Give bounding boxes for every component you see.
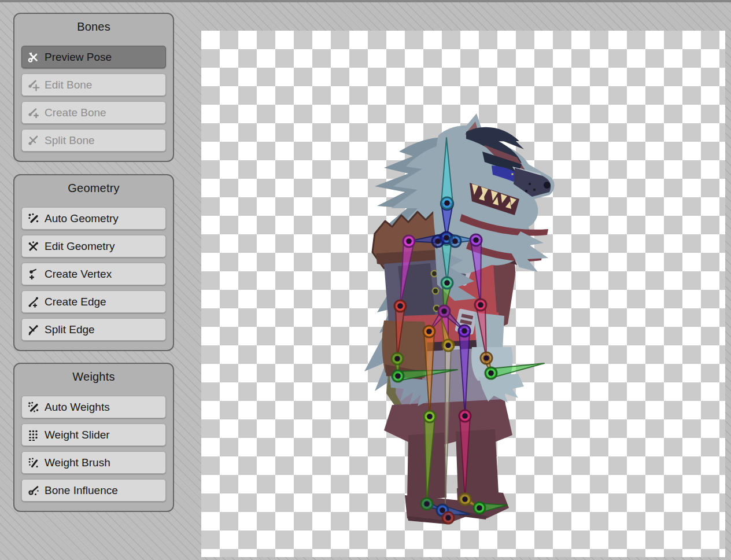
edit-bone-button[interactable]: Edit Bone bbox=[21, 73, 166, 96]
weight-brush-button[interactable]: Weight Brush bbox=[21, 451, 166, 474]
edit-bone-icon bbox=[27, 78, 40, 92]
joint-center-pelvis bbox=[441, 308, 447, 314]
weight-brush-icon bbox=[27, 456, 40, 470]
joint-center-foot-mid-left bbox=[440, 507, 445, 513]
joint-center-knee-right bbox=[462, 413, 468, 419]
bone-influence-button[interactable]: Bone Influence bbox=[21, 479, 166, 502]
edit-bone-label: Edit Bone bbox=[45, 79, 92, 91]
window-top-edge bbox=[0, 0, 731, 2]
joint-center-foot-mid-right bbox=[477, 505, 482, 511]
joint-center-knee-left bbox=[427, 414, 433, 419]
geometry-button-column: Auto Geometry Edit Geometry Create Verte… bbox=[21, 207, 166, 341]
geometry-panel-title: Geometry bbox=[14, 182, 173, 195]
split-bone-button[interactable]: Split Bone bbox=[21, 129, 166, 152]
joint-center-wrist-right bbox=[483, 355, 489, 361]
auto-geometry-label: Auto Geometry bbox=[45, 212, 119, 225]
bones-panel-title: Bones bbox=[14, 20, 173, 34]
preview-pose-icon bbox=[27, 50, 40, 64]
joint-center-chest-center bbox=[444, 235, 449, 241]
split-bone-label: Split Bone bbox=[45, 134, 95, 147]
create-vertex-icon bbox=[27, 267, 40, 281]
joint-center-shoulder-right bbox=[473, 237, 479, 243]
bone-influence-icon bbox=[27, 484, 40, 498]
edit-geometry-button[interactable]: Edit Geometry bbox=[21, 235, 166, 257]
joint-center-neck bbox=[444, 200, 450, 206]
auto-geometry-icon bbox=[27, 212, 40, 226]
joint-center-hand-left bbox=[395, 373, 401, 379]
create-bone-icon bbox=[27, 106, 40, 120]
joint-center-hip-left bbox=[426, 329, 432, 334]
joint-center-hip-right bbox=[462, 328, 467, 334]
joint-center-elbow-right bbox=[478, 302, 483, 308]
joint-center-shoulder-left bbox=[406, 238, 412, 244]
weights-panel-title: Weights bbox=[14, 370, 173, 384]
weight-slider-label: Weight Slider bbox=[45, 429, 110, 441]
weights-panel: Weights Auto Weights Weight Slider Weigh… bbox=[13, 363, 174, 512]
auto-geometry-button[interactable]: Auto Geometry bbox=[21, 207, 166, 230]
weight-slider-button[interactable]: Weight Slider bbox=[21, 423, 166, 446]
bone-influence-label: Bone Influence bbox=[45, 484, 118, 497]
joint-center-elbow-left bbox=[397, 303, 403, 309]
character-sprite bbox=[364, 113, 555, 524]
joint-center-wrist-left bbox=[394, 356, 400, 362]
bones-button-column: Preview Pose Edit Bone Create Bone Split… bbox=[21, 46, 166, 152]
bones-panel: Bones Preview Pose Edit Bone Create Bone… bbox=[13, 13, 174, 162]
create-edge-button[interactable]: Create Edge bbox=[21, 290, 166, 313]
weights-button-column: Auto Weights Weight Slider Weight Brush … bbox=[21, 396, 166, 502]
weight-slider-icon bbox=[27, 428, 40, 442]
edit-geometry-label: Edit Geometry bbox=[45, 240, 115, 253]
split-bone-icon bbox=[27, 134, 40, 148]
joint-center-hand-right bbox=[488, 370, 494, 376]
joint-center-ankle-right bbox=[462, 496, 468, 502]
create-edge-icon bbox=[27, 295, 40, 309]
auto-weights-button[interactable]: Auto Weights bbox=[21, 396, 166, 418]
auto-weights-label: Auto Weights bbox=[45, 401, 110, 414]
joint-center-chest-left bbox=[435, 238, 441, 244]
joint-center-chest-right bbox=[452, 238, 458, 244]
split-edge-label: Split Edge bbox=[45, 323, 95, 336]
canvas-scene bbox=[201, 31, 725, 557]
split-edge-button[interactable]: Split Edge bbox=[21, 318, 166, 341]
joint-center-spine-mid bbox=[444, 280, 450, 286]
create-vertex-label: Create Vertex bbox=[45, 268, 112, 281]
auto-weights-icon bbox=[27, 400, 40, 414]
split-edge-icon bbox=[27, 323, 40, 337]
create-edge-label: Create Edge bbox=[45, 296, 106, 308]
preview-pose-button[interactable]: Preview Pose bbox=[21, 46, 166, 68]
sprite-canvas[interactable] bbox=[201, 31, 725, 557]
create-vertex-button[interactable]: Create Vertex bbox=[21, 263, 166, 285]
weight-brush-label: Weight Brush bbox=[45, 456, 110, 469]
geometry-panel: Geometry Auto Geometry Edit Geometry Cre… bbox=[13, 174, 174, 351]
create-bone-button[interactable]: Create Bone bbox=[21, 101, 166, 124]
joint-center-ankle-left bbox=[424, 501, 430, 507]
skinning-editor-window: { "app": { "name": "2D Skinning Editor",… bbox=[0, 0, 731, 560]
preview-pose-label: Preview Pose bbox=[45, 51, 112, 64]
create-bone-label: Create Bone bbox=[45, 106, 106, 119]
edit-geometry-icon bbox=[27, 240, 40, 253]
joint-center-tail-base bbox=[445, 342, 451, 348]
joint-center-toe-left bbox=[445, 515, 451, 521]
